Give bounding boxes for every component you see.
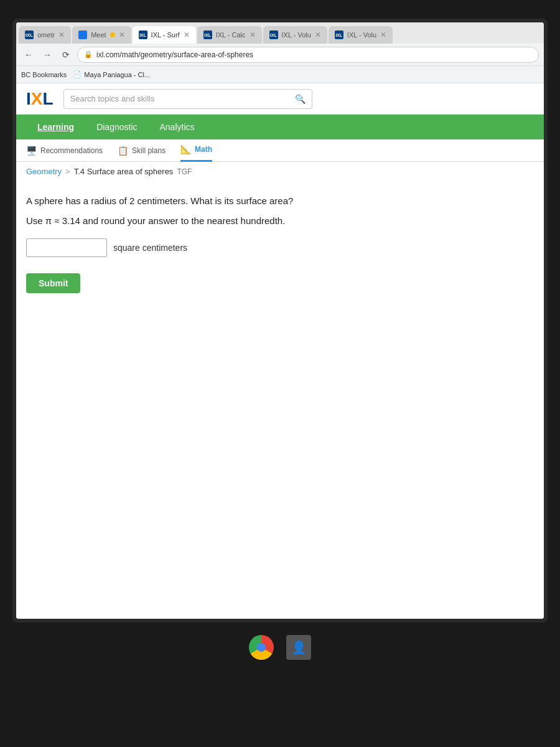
answer-input[interactable] [26, 238, 107, 257]
ixl-volu1-favicon: IXL [269, 31, 278, 39]
answer-unit: square centimeters [113, 243, 187, 253]
bookmark-maya[interactable]: 📄 Maya Paniagua - Cl... [73, 70, 150, 78]
answer-row: square centimeters [26, 238, 534, 257]
nav-learning[interactable]: Learning [26, 115, 85, 139]
logo-i: I [26, 89, 31, 109]
submit-label: Submit [39, 278, 68, 288]
question-line1: A sphere has a radius of 2 centimeters. … [26, 194, 534, 209]
bookmark-bc[interactable]: BC Bookmarks [21, 71, 67, 78]
question-area: A sphere has a radius of 2 centimeters. … [16, 181, 544, 619]
tab-ixl-volu2-label: IXL - Volu [347, 31, 376, 39]
ixl-logo: I X L [26, 89, 54, 109]
bookmarks-bar: BC Bookmarks 📄 Maya Paniagua - Cl... [16, 66, 544, 83]
breadcrumb-code: TGF [177, 167, 192, 176]
nav-recommendations-label: Recommendations [40, 146, 103, 155]
meet-notification-dot [110, 32, 115, 37]
nav-analytics-label: Analytics [160, 122, 195, 132]
ixl-volu2-favicon: IXL [335, 31, 343, 39]
tab-ixl-volu1-label: IXL - Volu [282, 31, 311, 39]
secondary-nav: 🖥️ Recommendations 📋 Skill plans 📐 Math [16, 139, 544, 162]
breadcrumb: Geometry > T.4 Surface area of spheres T… [16, 162, 544, 181]
tab-ixl-volu1-close[interactable]: ✕ [315, 31, 321, 39]
ixl-nav: Learning Diagnostic Analytics [16, 115, 544, 139]
lock-icon: 🔒 [84, 50, 93, 59]
skill-plans-icon: 📋 [118, 146, 128, 156]
address-bar[interactable]: 🔒 ixl.com/math/geometry/surface-area-of-… [77, 47, 539, 63]
nav-diagnostic-label: Diagnostic [96, 122, 137, 132]
tab-geometry-label: ometr [37, 31, 55, 39]
search-icon: 🔍 [295, 94, 306, 104]
tab-meet[interactable]: Meet ✕ [72, 26, 131, 44]
nav-diagnostic[interactable]: Diagnostic [85, 115, 148, 139]
math-icon: 📐 [180, 144, 191, 154]
breadcrumb-current: T.4 Surface area of spheres [74, 167, 174, 176]
ixl-surf-favicon: IXL [139, 31, 147, 39]
browser-toolbar: ← → ⟳ 🔒 ixl.com/math/geometry/surface-ar… [16, 44, 544, 66]
bookmark-doc-icon: 📄 [73, 70, 82, 78]
question-line2: Use π ≈ 3.14 and round your answer to th… [26, 214, 534, 228]
tab-ixl-surf-label: IXL - Surf [151, 31, 180, 39]
nav-learning-label: Learning [37, 122, 74, 132]
tab-geometry[interactable]: IXL ometr ✕ [19, 26, 71, 44]
tab-ixl-calc-close[interactable]: ✕ [250, 31, 256, 39]
tab-meet-label: Meet [91, 31, 106, 39]
tab-ixl-surf[interactable]: IXL IXL - Surf ✕ [133, 26, 196, 44]
nav-math[interactable]: 📐 Math [180, 139, 212, 162]
meet-favicon [78, 31, 87, 39]
search-bar[interactable]: Search topics and skills 🔍 [63, 89, 312, 109]
logo-x: X [31, 89, 43, 109]
ixl-app: I X L Search topics and skills 🔍 Learnin… [16, 83, 544, 619]
nav-skill-plans[interactable]: 📋 Skill plans [118, 139, 166, 162]
logo-l: L [42, 89, 53, 109]
chrome-dock-item[interactable] [249, 635, 274, 660]
tab-meet-close[interactable]: ✕ [119, 31, 125, 39]
ixl-tab-favicon: IXL [25, 31, 34, 39]
nav-recommendations[interactable]: 🖥️ Recommendations [26, 139, 103, 162]
ixl-calc-favicon: IXL [203, 31, 212, 39]
bookmark-maya-label: Maya Paniagua - Cl... [84, 71, 150, 78]
tab-ixl-calc-label: IXL - Calc [216, 31, 246, 39]
url-text: ixl.com/math/geometry/surface-area-of-sp… [96, 50, 532, 59]
person-icon: 👤 [291, 640, 307, 655]
breadcrumb-separator: > [65, 167, 70, 176]
breadcrumb-parent[interactable]: Geometry [26, 167, 62, 176]
browser-window: IXL ometr ✕ Meet ✕ IXL IXL - Surf ✕ [16, 22, 544, 619]
nav-skill-plans-label: Skill plans [132, 146, 166, 155]
submit-button[interactable]: Submit [26, 273, 80, 293]
tab-geometry-close[interactable]: ✕ [58, 31, 65, 39]
nav-analytics[interactable]: Analytics [149, 115, 206, 139]
tab-ixl-volu2-close[interactable]: ✕ [380, 31, 386, 39]
ixl-header: I X L Search topics and skills 🔍 [16, 83, 544, 115]
back-button[interactable]: ← [21, 47, 36, 62]
tab-ixl-surf-close[interactable]: ✕ [184, 31, 190, 39]
tab-ixl-calc[interactable]: IXL IXL - Calc ✕ [197, 26, 262, 44]
browser-tabs: IXL ometr ✕ Meet ✕ IXL IXL - Surf ✕ [16, 22, 544, 44]
chrome-dock-icon [249, 635, 274, 660]
laptop-bottom: 👤 [0, 622, 560, 747]
user-dock-icon[interactable]: 👤 [286, 635, 311, 660]
recommendations-icon: 🖥️ [26, 146, 37, 156]
tab-ixl-volu2[interactable]: IXL IXL - Volu ✕ [329, 26, 393, 44]
nav-math-label: Math [195, 145, 212, 154]
reload-button[interactable]: ⟳ [58, 47, 73, 62]
forward-button[interactable]: → [40, 47, 55, 62]
screen-wrapper: IXL ometr ✕ Meet ✕ IXL IXL - Surf ✕ [12, 19, 548, 622]
search-placeholder-text: Search topics and skills [70, 94, 290, 103]
bookmark-bc-label: BC Bookmarks [21, 71, 67, 78]
tab-ixl-volu1[interactable]: IXL IXL - Volu ✕ [263, 26, 327, 44]
